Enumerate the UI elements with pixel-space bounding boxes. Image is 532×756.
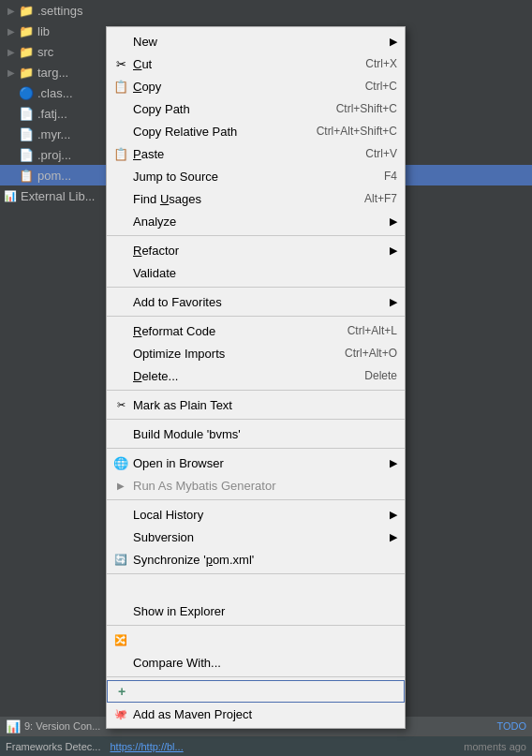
menu-item-mark-plain-text[interactable]: ✂ Mark as Plain Text (107, 393, 405, 416)
menu-item-paste[interactable]: 📋 Paste Ctrl+V (107, 142, 405, 165)
menu-item-local-history[interactable]: Local History ▶ (107, 503, 405, 526)
menu-item-validate[interactable]: Validate (107, 261, 405, 284)
separator (107, 676, 405, 677)
menu-item-create-gist[interactable]: 🐙 Add as Maven Project (107, 703, 405, 725)
separator (107, 235, 405, 236)
submenu-arrow-icon: ▶ (390, 531, 397, 543)
menu-item-reformat-code[interactable]: Reformat Code Ctrl+Alt+L (107, 319, 405, 342)
separator (107, 316, 405, 317)
context-menu: New ▶ ✂ Cut Ctrl+X 📋 Copy Ctrl+C Copy Pa… (106, 26, 406, 729)
menu-item-delete[interactable]: Delete... Delete (107, 364, 405, 387)
menu-item-run-mybatis: ▶ Run As Mybatis Generator (107, 474, 405, 497)
menu-item-optimize-imports[interactable]: Optimize Imports Ctrl+Alt+O (107, 342, 405, 364)
menu-item-copy-relative-path[interactable]: Copy Relative Path Ctrl+Alt+Shift+C (107, 120, 405, 142)
notification-bar: Frameworks Detec... https://http://bl...… (0, 735, 532, 756)
frameworks-label: Frameworks Detec... (6, 741, 100, 752)
menu-item-cut[interactable]: ✂ Cut Ctrl+X (107, 52, 405, 75)
menu-item-refactor[interactable]: Refactor ▶ (107, 239, 405, 261)
menu-item-compare-with[interactable]: 🔀 (107, 629, 405, 651)
separator (107, 390, 405, 391)
library-icon: 📊 (4, 190, 17, 202)
copy-icon: 📋 (112, 80, 129, 94)
submenu-arrow-icon: ▶ (390, 215, 397, 228)
separator (107, 625, 405, 626)
todo-label: TODO (496, 720, 526, 732)
file-icon: 📋 (19, 169, 34, 183)
gist-icon: 🐙 (112, 708, 129, 720)
folder-icon: 📁 (19, 45, 34, 59)
menu-item-analyze[interactable]: Analyze ▶ (107, 210, 405, 232)
file-icon: 📄 (19, 127, 34, 141)
menu-item-show-in-explorer[interactable] (107, 577, 405, 600)
run-icon: ▶ (112, 481, 129, 491)
arrow-icon: ▶ (7, 47, 15, 57)
menu-item-find-usages[interactable]: Find Usages Alt+F7 (107, 187, 405, 210)
submenu-arrow-icon: ▶ (390, 245, 397, 257)
separator (107, 499, 405, 500)
folder-icon: 📁 (19, 4, 34, 18)
menu-item-copy-path[interactable]: Copy Path Ctrl+Shift+C (107, 97, 405, 120)
folder-icon: 📁 (19, 24, 34, 38)
time-ago-label: moments ago (464, 741, 526, 752)
menu-item-jump-to-source[interactable]: Jump to Source F4 (107, 165, 405, 187)
menu-item-build-module[interactable]: Build Module 'bvms' (107, 422, 405, 445)
notification-link[interactable]: https://http://bl... (110, 741, 183, 752)
menu-item-subversion[interactable]: Subversion ▶ (107, 526, 405, 548)
folder-icon: 📁 (19, 66, 34, 80)
menu-item-copy[interactable]: 📋 Copy Ctrl+C (107, 75, 405, 97)
plain-text-icon: ✂ (112, 399, 129, 411)
paste-icon: 📋 (112, 147, 129, 161)
arrow-icon: ▶ (7, 67, 15, 78)
arrow-icon: ▶ (7, 26, 15, 37)
menu-item-generate-xsd[interactable]: Compare With... (107, 651, 405, 674)
menu-item-new[interactable]: New ▶ (107, 30, 405, 52)
file-icon: 🔵 (19, 86, 34, 100)
menu-item-synchronize[interactable]: 🔄 Synchronize 'pom.xml' (107, 548, 405, 571)
submenu-arrow-icon: ▶ (390, 36, 397, 48)
separator (107, 448, 405, 449)
submenu-arrow-icon: ▶ (390, 457, 397, 469)
cut-icon: ✂ (112, 57, 129, 71)
arrow-icon: ▶ (7, 6, 15, 16)
sync-icon: 🔄 (112, 554, 129, 566)
menu-item-add-as-maven[interactable]: + (107, 680, 405, 703)
file-icon: 📄 (19, 148, 34, 162)
browser-icon: 🌐 (112, 456, 129, 470)
file-icon: 📄 (19, 107, 34, 121)
vc-icon: 📊 (6, 719, 21, 734)
separator (107, 573, 405, 574)
separator (107, 419, 405, 420)
menu-item-open-in-browser[interactable]: 🌐 Open in Browser ▶ (107, 452, 405, 474)
menu-item-file-path[interactable]: Show in Explorer (107, 600, 405, 622)
submenu-arrow-icon: ▶ (390, 296, 397, 308)
menu-item-add-to-favorites[interactable]: Add to Favorites ▶ (107, 290, 405, 313)
compare-icon: 🔀 (112, 634, 129, 646)
separator (107, 287, 405, 288)
plus-icon: + (113, 684, 130, 699)
tree-item-settings[interactable]: ▶ 📁 .settings (0, 0, 532, 21)
submenu-arrow-icon: ▶ (390, 509, 397, 521)
